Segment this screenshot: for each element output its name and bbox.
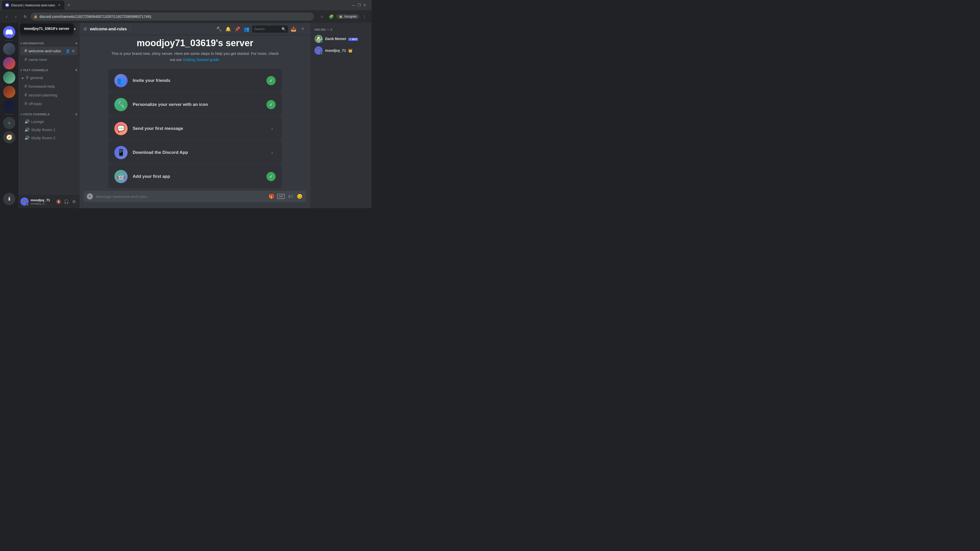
- member-item-moodjoy[interactable]: 🎮 moodjoy_71 👑: [312, 45, 369, 56]
- incognito-badge[interactable]: 🕵 Incognito: [336, 14, 360, 19]
- user-panel: 🎮 moodjoy_71 moodjoy_0... 🔇 🎧 ⚙: [18, 195, 80, 208]
- category-voice-channels[interactable]: ▾ VOICE CHANNELS +: [18, 108, 80, 118]
- add-server-button[interactable]: +: [3, 117, 15, 129]
- threads-button[interactable]: 🔨: [215, 25, 223, 33]
- channel-item-welcome-and-rules[interactable]: # welcome-and-rules 👤 ⚙: [21, 47, 78, 55]
- members-button[interactable]: 👥: [243, 25, 250, 33]
- checklist-item-download[interactable]: 📱 Download the Discord App ›: [108, 141, 282, 164]
- channel-settings-icon[interactable]: 👤: [65, 49, 70, 53]
- message-input-area: + 🎁 GIF 🏷 😊: [80, 191, 310, 208]
- channel-name-session-planning: session-planning: [29, 93, 57, 97]
- discord-home-button[interactable]: [3, 26, 15, 38]
- category-arrow-voice: ▾: [21, 113, 22, 116]
- channel-item-name-here[interactable]: # name-here: [21, 56, 78, 64]
- server-icon-1[interactable]: [3, 43, 15, 55]
- add-channel-information-button[interactable]: +: [75, 41, 78, 45]
- voice-channel-lounge[interactable]: 🔊 Lounge: [21, 118, 78, 125]
- channel-sidebar: moodjoy71_03619's server ▾ ▾ INFORMATION…: [18, 23, 80, 208]
- deafen-button[interactable]: 🎧: [63, 198, 70, 205]
- sticker-button[interactable]: 🏷: [287, 193, 294, 200]
- download-app-button[interactable]: ⬇: [3, 193, 15, 205]
- pin-button[interactable]: 📌: [234, 25, 241, 33]
- discord-app: + 🧭 ⬇ moodjoy71_03619's server moodjoy71…: [0, 23, 372, 208]
- server-icon-5[interactable]: [3, 100, 15, 112]
- category-information[interactable]: ▾ INFORMATION +: [18, 37, 80, 46]
- messages-area: moodjoy71_03619's server This is your br…: [80, 35, 310, 191]
- channel-item-session-planning[interactable]: # session-planning: [21, 91, 78, 99]
- welcome-desc: This is your brand new, shiny server. He…: [108, 51, 282, 63]
- member-item-dank-memer[interactable]: 🐶 Dank Memer ✓ BOT: [312, 33, 369, 44]
- member-status-dank: [320, 41, 323, 43]
- minimize-button[interactable]: —: [352, 3, 355, 7]
- channel-list: ▾ INFORMATION + # welcome-and-rules 👤 ⚙ …: [18, 35, 80, 195]
- checklist-item-message[interactable]: 💬 Send your first message ›: [108, 117, 282, 140]
- category-text-channels[interactable]: ▾ TEXT CHANNELS +: [18, 64, 80, 73]
- checklist-label-message: Send your first message: [133, 126, 263, 131]
- help-button[interactable]: ?: [299, 25, 306, 33]
- more-options-button[interactable]: ⋮: [360, 13, 369, 21]
- message-add-button[interactable]: +: [87, 193, 93, 200]
- checklist: 👥 Invite your friends ✓ 🔧 Personalize yo…: [108, 69, 282, 188]
- message-input-field[interactable]: [96, 194, 265, 199]
- user-settings-button[interactable]: ⚙: [70, 198, 78, 205]
- server-icon-4[interactable]: [3, 86, 15, 98]
- address-bar[interactable]: 🔒 discord.com/channels/11827258094007132…: [30, 13, 314, 21]
- gif-button[interactable]: GIF: [277, 194, 285, 199]
- tab-favicon: [5, 3, 9, 7]
- nav-bar: ‹ › ↻ 🔒 discord.com/channels/11827258094…: [0, 10, 372, 23]
- hash-icon-name-here: #: [24, 57, 27, 62]
- hash-icon-welcome: #: [24, 48, 27, 54]
- checklist-item-invite[interactable]: 👥 Invite your friends ✓: [108, 69, 282, 92]
- notification-button[interactable]: 🔔: [224, 25, 232, 33]
- server-icon-2[interactable]: [3, 57, 15, 69]
- header-search[interactable]: Search 🔍: [252, 25, 288, 33]
- back-button[interactable]: ‹: [3, 13, 10, 20]
- voice-channel-study-room-2[interactable]: 🔊 Study Room 2: [21, 134, 78, 142]
- checklist-icon-message: 💬: [115, 122, 127, 135]
- tab-close-button[interactable]: ✕: [57, 3, 61, 7]
- incognito-label: Incognito: [344, 15, 357, 18]
- channel-header: # welcome-and-rules 🔨 🔔 📌 👥 Search 🔍 📥 ?: [80, 23, 310, 35]
- mute-button[interactable]: 🔇: [55, 198, 62, 205]
- window-controls: — ❐ ✕: [352, 3, 369, 7]
- discovery-button[interactable]: 🧭: [3, 131, 15, 143]
- main-content: # welcome-and-rules 🔨 🔔 📌 👥 Search 🔍 📥 ?…: [80, 23, 310, 208]
- channel-item-homework-help[interactable]: # homework-help: [21, 82, 78, 91]
- maximize-button[interactable]: ❐: [357, 3, 361, 7]
- search-icon: 🔍: [282, 27, 286, 31]
- tooltip-server-name: moodjoy71_03619's server: [24, 27, 69, 30]
- extensions-button[interactable]: 🧩: [327, 13, 335, 21]
- checklist-label-download: Download the Discord App: [133, 150, 263, 155]
- active-tab[interactable]: Discord | #welcome-and-rules ✕: [2, 0, 64, 10]
- add-text-channel-button[interactable]: +: [75, 68, 78, 72]
- checklist-label-invite: Invite your friends: [133, 78, 261, 83]
- hash-icon-general: #: [26, 75, 29, 80]
- channel-name-off-topic: off-topic: [29, 102, 42, 106]
- checklist-item-customize[interactable]: 🔧 Personalize your server with an icon ✓: [108, 93, 282, 116]
- forward-button[interactable]: ›: [12, 13, 19, 20]
- browser-chrome: Discord | #welcome-and-rules ✕ + — ❐ ✕ ‹…: [0, 0, 372, 23]
- channel-item-general[interactable]: ▶ # general: [21, 73, 78, 82]
- header-actions: 🔨 🔔 📌 👥 Search 🔍 📥 ?: [215, 25, 306, 33]
- member-avatar-dank: 🐶: [314, 35, 323, 43]
- checklist-icon-customize: 🔧: [115, 98, 127, 111]
- voice-icon-study2: 🔊: [24, 135, 30, 140]
- close-button[interactable]: ✕: [363, 3, 366, 7]
- getting-started-link[interactable]: Getting Started guide.: [183, 57, 220, 62]
- checklist-item-app[interactable]: 🤖 Add your first app ✓: [108, 165, 282, 188]
- refresh-button[interactable]: ↻: [21, 13, 29, 20]
- new-tab-button[interactable]: +: [65, 2, 73, 9]
- bookmark-button[interactable]: ☆: [318, 13, 326, 21]
- channel-edit-icon[interactable]: ⚙: [71, 49, 76, 53]
- lock-icon: 🔒: [34, 15, 38, 18]
- emoji-button[interactable]: 😊: [296, 193, 303, 200]
- bot-badge-dank: ✓ BOT: [348, 38, 358, 41]
- inbox-button[interactable]: 📥: [290, 25, 297, 33]
- voice-icon-lounge: 🔊: [24, 119, 30, 124]
- add-voice-channel-button[interactable]: +: [75, 112, 78, 116]
- voice-channel-study-room-1[interactable]: 🔊 Study Room 1: [21, 126, 78, 134]
- gift-button[interactable]: 🎁: [268, 193, 275, 200]
- server-icon-3[interactable]: [3, 71, 15, 84]
- channel-header-hash-icon: #: [84, 26, 87, 32]
- channel-item-off-topic[interactable]: # off-topic: [21, 100, 78, 108]
